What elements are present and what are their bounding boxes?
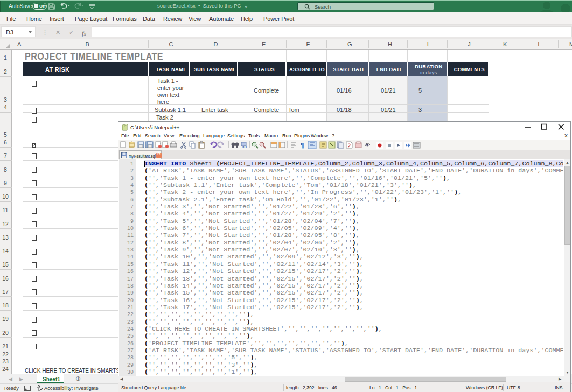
svg-text:ab: ab [242, 144, 247, 149]
svg-text:¶: ¶ [301, 142, 304, 149]
